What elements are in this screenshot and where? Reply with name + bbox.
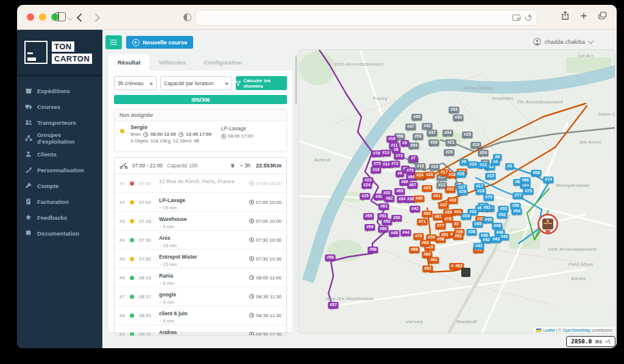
stop-row[interactable]: #107:0012 Rue de Rivoli, Paris, France~0… — [115, 174, 286, 193]
leaflet-link[interactable]: Leaflet — [543, 328, 555, 332]
map-marker[interactable]: #55 — [363, 213, 374, 220]
map-marker[interactable]: #25 — [422, 185, 432, 192]
warehouse-marker[interactable] — [537, 214, 558, 234]
map-marker[interactable]: #82 — [481, 205, 492, 211]
map-marker[interactable]: #3 — [505, 163, 514, 170]
map-marker[interactable]: #25 — [455, 171, 466, 178]
map-marker[interactable]: #56 — [325, 254, 335, 261]
map-marker[interactable]: #9 — [400, 140, 409, 147]
map-marker[interactable]: #24 — [478, 150, 488, 156]
map-marker[interactable]: #62 — [422, 265, 433, 272]
map-marker[interactable]: #16 — [370, 167, 381, 173]
stop-row[interactable]: #708:37google~ 5 min08:30 11:30 — [115, 287, 286, 306]
sidebar-item-compte[interactable]: Compte — [17, 178, 102, 194]
sidebar-item-transporteurs[interactable]: Transporteurs — [17, 114, 102, 130]
map-marker[interactable]: #12 — [478, 162, 488, 169]
stop-row[interactable]: #407:30Anis~ 15 min07:30 10:30 — [115, 231, 286, 250]
tab-configuration[interactable]: Configuration — [195, 54, 251, 71]
map-marker[interactable]: #63 — [420, 240, 430, 247]
map-marker[interactable]: #58 — [367, 247, 378, 253]
close-window-button[interactable] — [27, 13, 34, 21]
map-marker[interactable]: #71 — [417, 219, 427, 225]
sidebar-item-clients[interactable]: Clients — [17, 146, 102, 162]
map-marker[interactable]: #42 — [422, 123, 432, 130]
map-marker[interactable]: #10 — [386, 136, 397, 142]
map-marker[interactable]: #33 — [447, 197, 458, 204]
map-marker[interactable]: #49 — [483, 217, 493, 223]
user-menu[interactable]: chadda chakiba — [533, 38, 592, 46]
map-marker[interactable]: #52 — [453, 233, 463, 240]
map-marker[interactable]: #48 — [492, 223, 502, 229]
sidebar-item-feedbacks[interactable]: Feedbacks — [17, 209, 102, 225]
map-marker[interactable]: #29 — [457, 189, 467, 195]
app-logo[interactable]: TON CARTON — [17, 30, 102, 77]
map-marker[interactable]: #52 — [413, 133, 423, 140]
share-icon[interactable] — [561, 11, 569, 20]
map-marker[interactable]: #31 — [431, 193, 442, 200]
capacity-select[interactable]: Capacité par livraison — [160, 76, 232, 90]
map-marker[interactable]: #2 — [452, 221, 461, 228]
map-marker[interactable]: #6 — [513, 179, 522, 186]
tab-resultat[interactable]: Résultat — [108, 54, 149, 71]
stop-row[interactable]: #207:00LP-Lavage~ 15 min07:00 10:00 — [115, 193, 286, 212]
map-marker[interactable]: #58 — [435, 236, 445, 243]
map-marker[interactable]: #44 — [400, 229, 411, 236]
stop-row[interactable]: #909:31Andres~ 5 min09:30 12:30 — [115, 325, 286, 336]
map-marker[interactable]: #15 — [485, 173, 495, 180]
forward-icon[interactable] — [91, 13, 100, 22]
sidebar-item-facturation[interactable]: Facturation — [17, 194, 102, 209]
map-marker[interactable]: #7 — [409, 155, 417, 162]
map-marker[interactable]: #9 — [459, 159, 468, 166]
panel-scrollbar[interactable] — [295, 54, 297, 332]
map-marker[interactable]: #13 — [380, 150, 391, 156]
map-marker[interactable]: #24 — [414, 172, 425, 179]
map-marker[interactable]: #77 — [435, 223, 445, 229]
site-permissions-icon[interactable] — [512, 15, 520, 21]
map-marker[interactable]: #45 — [389, 230, 399, 237]
map-marker[interactable]: #41 — [473, 243, 484, 250]
reload-icon[interactable] — [524, 13, 533, 22]
map-marker[interactable]: #24 — [467, 161, 478, 168]
map-marker[interactable]: #24 — [361, 182, 372, 189]
map-marker[interactable]: #61 — [378, 203, 389, 210]
map-marker[interactable]: #23 — [470, 142, 481, 149]
map-marker[interactable]: #43 — [491, 236, 501, 243]
map-marker[interactable]: #33 — [448, 107, 459, 113]
sidebar-item-courses[interactable]: Courses — [17, 99, 102, 114]
osm-link[interactable]: OpenStreetMap — [562, 328, 590, 332]
tab-overview-icon[interactable] — [598, 12, 607, 19]
map-marker[interactable]: #65 — [394, 188, 405, 195]
map-marker[interactable]: #54 — [408, 142, 419, 149]
map-marker[interactable]: #19 — [429, 164, 439, 170]
tab-vehicules[interactable]: Véhicules — [149, 54, 194, 71]
sidebar-item-personnalisation[interactable]: Personnalisation — [17, 162, 102, 178]
map-marker[interactable]: #32 — [445, 186, 455, 193]
map-marker[interactable]: #38 — [466, 229, 477, 236]
map-marker[interactable]: #20 — [424, 172, 434, 178]
page-shield-icon[interactable] — [183, 13, 191, 21]
map-marker[interactable]: #21 — [445, 139, 456, 146]
slot-select[interactable]: 3h créneau — [114, 76, 157, 90]
map-marker[interactable]: #54 — [511, 208, 522, 215]
map-marker[interactable]: #67 — [407, 182, 417, 189]
map-marker[interactable]: #16 — [415, 163, 425, 170]
map-marker[interactable]: #33 — [461, 213, 471, 220]
map-marker[interactable]: #35 — [472, 221, 483, 228]
map-marker[interactable]: #70 — [405, 167, 415, 174]
map-marker[interactable]: #20 — [444, 149, 454, 156]
map-marker[interactable]: #66 — [520, 177, 530, 184]
map-marker[interactable]: #62 — [384, 195, 394, 202]
map-marker[interactable]: #68 — [409, 247, 419, 253]
stop-row[interactable]: #307:18Warehouse~ 5 min07:00 10:00 — [115, 212, 286, 231]
map-marker[interactable]: #77 — [512, 192, 523, 199]
map-marker[interactable]: #52 — [381, 219, 392, 225]
map-marker[interactable]: #37 — [438, 202, 448, 209]
map-marker[interactable]: #47 — [405, 124, 416, 130]
map-marker[interactable]: #75 — [523, 188, 533, 195]
calculate-routes-button[interactable]: Calculer les chemins — [236, 76, 287, 90]
map-marker[interactable]: #25 — [462, 131, 472, 138]
map[interactable]: 16th ArrondissementPassyGros-CaillouInva… — [299, 49, 615, 334]
map-marker[interactable]: #30 — [453, 114, 463, 121]
sidebar-item-groupes-d-exploitation[interactable]: Groupes d'exploitation — [17, 130, 102, 146]
unassigned-card[interactable]: Sergio 5min 08:00 13:00 13:45 17:00 3 Ob… — [115, 121, 286, 152]
